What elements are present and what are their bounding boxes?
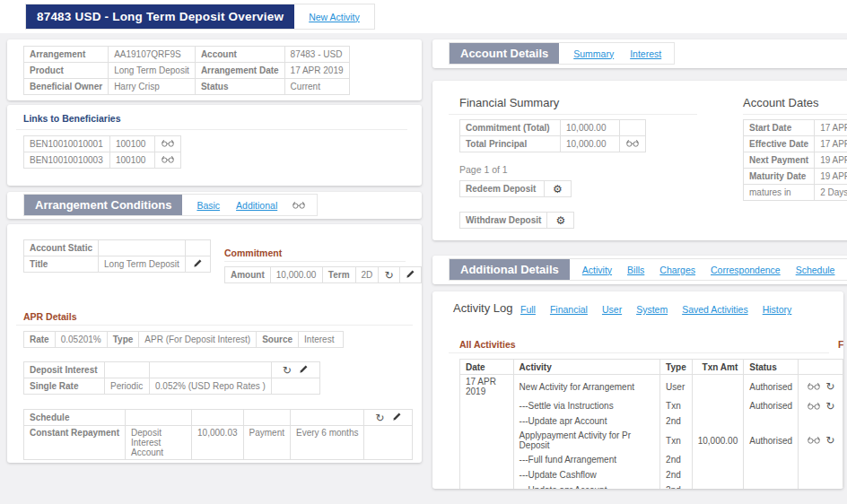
withdraw-settings-button[interactable]: ⚙ bbox=[547, 213, 574, 229]
all-activities-label: All Activities bbox=[459, 339, 516, 350]
top-bar: 87483 USD - Long Term Deposit Overview N… bbox=[0, 0, 847, 33]
activity-type: Txn bbox=[660, 398, 693, 413]
glasses-view-icon[interactable] bbox=[292, 201, 306, 209]
tab-schedule[interactable]: Schedule bbox=[796, 265, 835, 275]
table-row: Rate 0.05201% Type APR (For Deposit Inte… bbox=[24, 332, 344, 348]
gear-icon: ⚙ bbox=[555, 215, 565, 226]
withdraw-deposit-button[interactable]: Withdraw Deposit ⚙ bbox=[459, 212, 574, 229]
beneficiary-id: BEN10010010001 bbox=[24, 136, 110, 152]
activity-amount: 10,000.00 bbox=[692, 429, 744, 452]
edit-commitment-button[interactable] bbox=[399, 267, 421, 283]
type-label: Type bbox=[107, 332, 139, 348]
refresh-icon: ↻ bbox=[825, 381, 834, 392]
tab-bills[interactable]: Bills bbox=[627, 265, 644, 275]
glasses-view-icon[interactable] bbox=[807, 436, 821, 444]
tab-charges[interactable]: Charges bbox=[659, 265, 695, 275]
constant-repayment-label: Constant Repayment bbox=[24, 426, 126, 460]
activity-actions[interactable]: ↻ bbox=[799, 375, 843, 399]
filter-full[interactable]: Full bbox=[520, 304, 536, 315]
view-principal-button[interactable] bbox=[620, 136, 646, 152]
edit-account-static-button[interactable] bbox=[185, 256, 210, 273]
activity-date bbox=[460, 429, 514, 452]
divider bbox=[743, 114, 847, 115]
glasses-view-icon[interactable] bbox=[625, 139, 640, 147]
tab-correspondence[interactable]: Correspondence bbox=[711, 265, 781, 275]
arrangement-date-label: Arrangement Date bbox=[195, 63, 284, 79]
activity-type: Txn bbox=[660, 429, 693, 452]
tab-activity[interactable]: Activity bbox=[582, 265, 612, 275]
empty-cell bbox=[99, 240, 186, 256]
activity-amount bbox=[692, 413, 744, 429]
beneficiaries-table: BEN10010010001 100100 BEN10010010003 100… bbox=[23, 135, 181, 169]
divider bbox=[449, 114, 697, 115]
edit-pencil-slot bbox=[389, 413, 402, 423]
glasses-view-icon[interactable] bbox=[807, 382, 821, 390]
table-row: Maturity Date 19 APR 2019 bbox=[744, 169, 847, 185]
account-dates-table: Start Date 17 APR 2019 Effective Date 17… bbox=[743, 119, 847, 201]
empty-cell bbox=[799, 482, 843, 489]
activity-status: Authorised bbox=[744, 429, 799, 452]
filter-system[interactable]: System bbox=[636, 304, 668, 315]
glasses-view-icon[interactable] bbox=[807, 402, 821, 410]
activity-name: ---Full fund Arrangement bbox=[513, 452, 660, 467]
history-commitment-button[interactable]: ↻ bbox=[379, 267, 399, 283]
activity-status: Authorised bbox=[744, 398, 799, 413]
filter-label-clipped[interactable]: Filter bbox=[838, 339, 843, 350]
activity-actions[interactable]: ↻ bbox=[799, 429, 843, 452]
tab-basic[interactable]: Basic bbox=[196, 200, 220, 211]
activity-date bbox=[460, 452, 514, 467]
edit-pencil-icon[interactable] bbox=[299, 364, 309, 374]
source-value: Interest bbox=[299, 332, 344, 348]
filter-financial[interactable]: Financial bbox=[550, 304, 588, 315]
activity-actions[interactable]: ↻ bbox=[799, 398, 843, 413]
table-row: Constant Repayment Deposit Interest Acco… bbox=[24, 426, 413, 460]
activity-name: Applypayment Activity for Pr Deposit bbox=[513, 429, 660, 452]
edit-pencil-icon[interactable] bbox=[193, 258, 203, 268]
col-txn-amt: Txn Amt bbox=[692, 360, 744, 375]
tab-interest[interactable]: Interest bbox=[630, 48, 661, 59]
activity-amount bbox=[692, 482, 744, 489]
arrangement-conditions-card: Account Static Title Long Term Deposit C… bbox=[7, 224, 422, 463]
deposit-interest-header: Deposit Interest bbox=[24, 362, 105, 378]
glasses-view-icon[interactable] bbox=[161, 139, 175, 147]
schedule-actions[interactable]: ↻ bbox=[364, 410, 413, 426]
filter-user[interactable]: User bbox=[602, 304, 622, 315]
source-label: Source bbox=[257, 332, 299, 348]
table-row: Beneficial Owner Harry Crisp Status Curr… bbox=[24, 79, 350, 95]
table-header-row: Date Activity Type Txn Amt Status bbox=[460, 360, 843, 375]
matures-in-label: matures in bbox=[744, 185, 815, 201]
activity-status bbox=[744, 413, 799, 429]
rate-value: 0.05201% bbox=[55, 332, 107, 348]
maturity-date-label: Maturity Date bbox=[744, 169, 815, 185]
table-row: Withdraw Deposit ⚙ bbox=[460, 213, 574, 229]
table-row: Account Static bbox=[24, 240, 211, 256]
activity-name: ---Update Cashflow bbox=[513, 467, 660, 482]
edit-pencil-icon[interactable] bbox=[406, 269, 415, 279]
view-beneficiary-button[interactable] bbox=[155, 152, 181, 169]
filter-saved-activities[interactable]: Saved Activities bbox=[682, 304, 748, 315]
page-title-box: 87483 USD - Long Term Deposit Overview N… bbox=[25, 4, 375, 30]
table-row: Commitment (Total) 10,000.00 bbox=[460, 120, 646, 136]
glasses-view-icon[interactable] bbox=[161, 155, 175, 163]
deposit-interest-actions[interactable]: ↻ bbox=[271, 362, 319, 378]
view-beneficiary-button[interactable] bbox=[155, 136, 181, 152]
activity-log-title: Activity Log bbox=[453, 301, 512, 315]
effective-date-label: Effective Date bbox=[744, 136, 815, 152]
tab-additional[interactable]: Additional bbox=[236, 200, 277, 211]
divider bbox=[449, 352, 829, 353]
beneficiary-id: BEN10010010003 bbox=[24, 152, 110, 169]
col-status: Status bbox=[744, 360, 799, 375]
term-value: 2D bbox=[355, 267, 379, 283]
tab-summary[interactable]: Summary bbox=[573, 48, 614, 59]
new-activity-link[interactable]: New Activity bbox=[309, 12, 360, 22]
type-value: APR (For Deposit Interest) bbox=[139, 332, 257, 348]
rate-label: Rate bbox=[24, 332, 56, 348]
redeem-settings-button[interactable]: ⚙ bbox=[545, 181, 572, 197]
filter-history[interactable]: History bbox=[763, 304, 792, 315]
edit-pencil-icon[interactable] bbox=[392, 412, 402, 421]
redeem-deposit-button[interactable]: Redeem Deposit ⚙ bbox=[459, 180, 572, 197]
empty-cell bbox=[126, 410, 192, 426]
view-conditions-button[interactable] bbox=[292, 200, 306, 211]
view-slot bbox=[807, 436, 824, 446]
refresh-icon: ↻ bbox=[375, 413, 384, 423]
